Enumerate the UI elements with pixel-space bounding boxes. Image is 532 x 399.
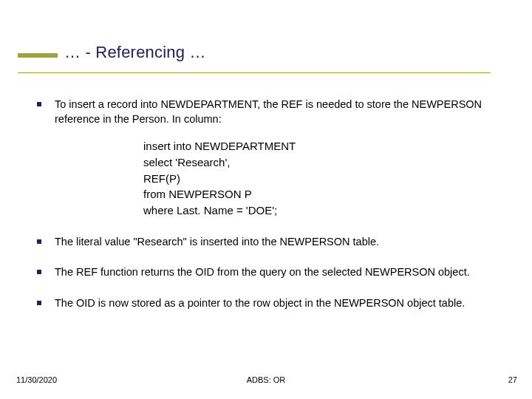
slide-body: To insert a record into NEWDEPARTMENT, t… (33, 98, 497, 311)
footer-center: ADBS: OR (0, 375, 532, 384)
bullet-list: To insert a record into NEWDEPARTMENT, t… (33, 98, 497, 311)
code-block: insert into NEWDEPARTMENT select 'Resear… (143, 138, 497, 219)
bullet-item: The OID is now stored as a pointer to th… (33, 296, 497, 311)
code-line: REF(P) (143, 171, 497, 187)
slide: … - Referencing … To insert a record int… (0, 0, 532, 399)
slide-title: … - Referencing … (64, 43, 502, 62)
bullet-text: To insert a record into NEWDEPARTMENT, t… (55, 98, 482, 125)
bullet-item: To insert a record into NEWDEPARTMENT, t… (33, 98, 497, 219)
code-line: where Last. Name = 'DOE'; (143, 202, 497, 219)
title-block: … - Referencing … (18, 43, 502, 62)
bullet-text: The literal value "Research" is inserted… (55, 236, 379, 248)
bullet-text: The OID is now stored as a pointer to th… (55, 297, 465, 309)
footer-page-number: 27 (508, 375, 517, 384)
footer: 11/30/2020 ADBS: OR 27 (0, 375, 532, 389)
bullet-item: The literal value "Research" is inserted… (33, 235, 497, 250)
bullet-text: The REF function returns the OID from th… (55, 266, 470, 278)
code-line: from NEWPERSON P (143, 186, 497, 202)
code-line: select 'Research', (143, 154, 497, 171)
code-line: insert into NEWDEPARTMENT (143, 138, 497, 154)
title-accent-bar (18, 53, 58, 58)
bullet-item: The REF function returns the OID from th… (33, 265, 497, 280)
title-underline (18, 72, 491, 73)
